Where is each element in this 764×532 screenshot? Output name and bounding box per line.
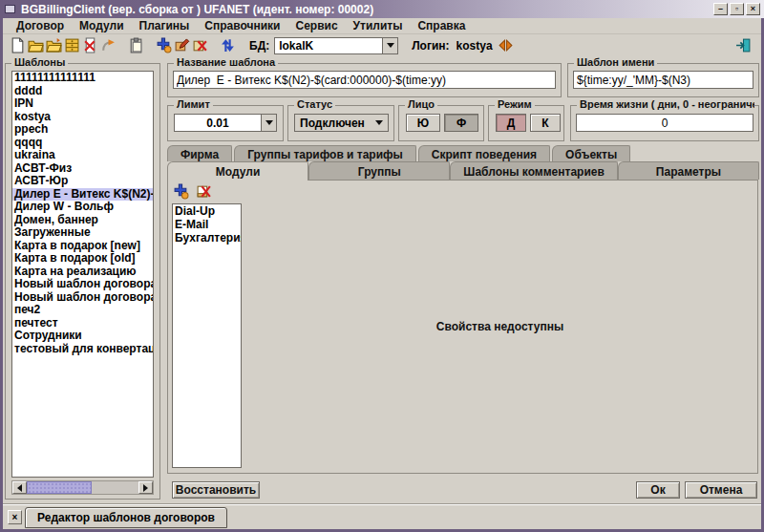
templates-horizontal-scrollbar[interactable] bbox=[11, 480, 154, 495]
template-list-item[interactable]: IPN bbox=[12, 97, 153, 111]
limit-combo-arrow[interactable] bbox=[261, 115, 276, 131]
outer-tab[interactable]: Фирма bbox=[167, 145, 232, 161]
template-list-item[interactable]: Новый шаблон договора bbox=[12, 278, 153, 291]
template-list-item[interactable]: 11111111111111 bbox=[12, 72, 153, 85]
template-list-item[interactable]: АСВТ-Физ bbox=[12, 162, 153, 176]
status-value: Подключен bbox=[295, 117, 375, 130]
template-name-input[interactable] bbox=[173, 71, 556, 89]
scroll-left-icon[interactable] bbox=[12, 481, 27, 494]
status-label: Статус bbox=[294, 98, 335, 110]
modules-tab-panel: Dial-UpE-MailБухгалтерия Свойства недост… bbox=[167, 180, 758, 474]
mode-d-toggle[interactable]: Д bbox=[496, 114, 526, 132]
template-list-item[interactable]: Сотрудники bbox=[12, 330, 153, 343]
module-list-item[interactable]: Dial-Up bbox=[173, 204, 241, 218]
refresh-icon[interactable] bbox=[220, 37, 236, 53]
db-label: БД: bbox=[249, 39, 269, 53]
name-template-input[interactable] bbox=[573, 71, 753, 89]
templates-list[interactable]: 11111111111111ddddIPNkostyappechqqqqukra… bbox=[11, 71, 154, 478]
person-physical-toggle[interactable]: Ф bbox=[444, 114, 478, 132]
outer-tab[interactable]: Группы тарифов и тарифы bbox=[234, 145, 416, 161]
template-list-item[interactable]: Карта в подарок [new] bbox=[12, 240, 153, 253]
limit-value: 0.01 bbox=[175, 117, 261, 130]
template-list-item[interactable]: Загруженные bbox=[12, 226, 153, 240]
db-combo[interactable]: lokalK bbox=[274, 37, 398, 54]
menu-item[interactable]: Справка bbox=[410, 19, 473, 32]
outer-tabs: ФирмаГруппы тарифов и тарифыСкрипт повед… bbox=[167, 145, 632, 161]
archive-drawers-icon[interactable] bbox=[64, 37, 80, 53]
editor-tab[interactable]: Редактор шаблонов договоров bbox=[25, 507, 227, 528]
open-folder-icon[interactable] bbox=[28, 37, 44, 53]
menu-item[interactable]: Договор bbox=[9, 19, 72, 32]
menu-item[interactable]: Модули bbox=[72, 19, 131, 32]
close-editor-tab-icon[interactable]: × bbox=[8, 510, 22, 524]
person-group: Лицо Ю Ф bbox=[398, 105, 484, 141]
scrollbar-thumb[interactable] bbox=[27, 481, 92, 494]
template-list-item[interactable]: тестовый для конвертации bbox=[12, 343, 153, 356]
menu-item[interactable]: Сервис bbox=[287, 19, 345, 32]
template-list-item[interactable]: Карта на реализацию bbox=[12, 266, 153, 279]
exit-icon[interactable] bbox=[735, 37, 752, 53]
properties-zone: Свойства недоступны bbox=[243, 181, 757, 473]
template-list-item[interactable]: Дилер Е - Витекс K$(N2)-$(card:000000)-$… bbox=[12, 188, 153, 202]
outer-tab[interactable]: Объекты bbox=[552, 145, 630, 161]
delete-module-icon[interactable] bbox=[196, 183, 212, 200]
template-list-item[interactable]: Домен, баннер bbox=[12, 214, 153, 227]
cancel-button[interactable]: Отмена bbox=[685, 481, 757, 499]
delete-entry-icon[interactable] bbox=[192, 37, 208, 53]
titlebar[interactable]: BGBillingClient (вер. сборка от ) UFANET… bbox=[0, 0, 764, 18]
status-combo[interactable]: Подключен bbox=[294, 114, 389, 132]
template-list-item[interactable]: Карта в подарок [old] bbox=[12, 252, 153, 266]
module-list-item[interactable]: E-Mail bbox=[173, 218, 241, 231]
module-list-item[interactable]: Бухгалтерия bbox=[173, 231, 241, 245]
lifetime-input[interactable] bbox=[576, 114, 753, 132]
db-combo-arrow[interactable] bbox=[382, 38, 397, 53]
delete-document-icon[interactable] bbox=[82, 37, 98, 53]
template-list-item[interactable]: печтест bbox=[12, 317, 153, 330]
inner-tab[interactable]: Шаблоны комментариев bbox=[450, 161, 617, 180]
restore-button[interactable]: Восстановить bbox=[172, 481, 260, 499]
template-list-item[interactable]: dddd bbox=[12, 85, 153, 98]
paste-icon[interactable] bbox=[128, 37, 144, 53]
lifetime-group: Время жизни ( дни, 0 - неограничено bbox=[570, 105, 759, 141]
inner-tab[interactable]: Модули bbox=[167, 161, 308, 181]
edit-entry-icon[interactable] bbox=[174, 37, 190, 53]
mode-k-toggle[interactable]: К bbox=[530, 114, 561, 132]
limit-combo[interactable]: 0.01 bbox=[174, 114, 277, 132]
inner-tab[interactable]: Параметры bbox=[618, 161, 759, 180]
menu-item[interactable]: Утилиты bbox=[346, 19, 411, 32]
modules-list[interactable]: Dial-UpE-MailБухгалтерия bbox=[172, 203, 242, 468]
close-button[interactable]: × bbox=[746, 3, 760, 15]
template-list-item[interactable]: qqqq bbox=[12, 137, 153, 150]
add-entry-icon[interactable] bbox=[156, 37, 172, 53]
menu-item[interactable]: Справочники bbox=[197, 19, 287, 32]
person-label: Лицо bbox=[405, 98, 437, 110]
maximize-button[interactable]: ▫ bbox=[730, 3, 744, 15]
person-legal-toggle[interactable]: Ю bbox=[406, 114, 440, 132]
ok-button[interactable]: Ок bbox=[636, 481, 680, 499]
bottom-tab-bar: × Редактор шаблонов договоров bbox=[3, 503, 761, 529]
outer-tab[interactable]: Скрипт поведения bbox=[418, 145, 550, 161]
template-list-item[interactable]: печ2 bbox=[12, 304, 153, 317]
scroll-right-icon[interactable] bbox=[138, 481, 153, 494]
inner-tab[interactable]: Группы bbox=[308, 161, 450, 180]
template-list-item[interactable]: kostya bbox=[12, 111, 153, 124]
template-list-item[interactable]: АСВТ-Юр bbox=[12, 175, 153, 188]
link-arrow-icon[interactable] bbox=[100, 37, 117, 53]
template-list-item[interactable]: Дилер W - Вольф bbox=[12, 201, 153, 214]
limit-label: Лимит bbox=[174, 98, 213, 110]
template-list-item[interactable]: ppech bbox=[12, 123, 153, 137]
toolbar: БД: lokalK Логин: kostya bbox=[3, 35, 761, 55]
template-list-item[interactable]: Новый шаблон договора bbox=[12, 291, 153, 305]
app-icon[interactable] bbox=[5, 5, 15, 13]
template-list-item[interactable]: ukraina bbox=[12, 149, 153, 162]
menu-item[interactable]: Плагины bbox=[132, 19, 198, 32]
minimize-button[interactable]: – bbox=[713, 3, 728, 15]
name-template-label: Шаблон имени bbox=[574, 56, 657, 68]
add-module-icon[interactable] bbox=[173, 183, 189, 200]
status-combo-arrow bbox=[375, 120, 383, 125]
templates-group: Шаблоны 11111111111111ddddIPNkostyappech… bbox=[5, 63, 160, 500]
open-folder-alt-icon[interactable] bbox=[46, 37, 62, 53]
new-document-icon[interactable] bbox=[10, 37, 26, 53]
window-title: BGBillingClient (вер. сборка от ) UFANET… bbox=[21, 3, 373, 16]
scrollbar-track[interactable] bbox=[27, 481, 138, 494]
